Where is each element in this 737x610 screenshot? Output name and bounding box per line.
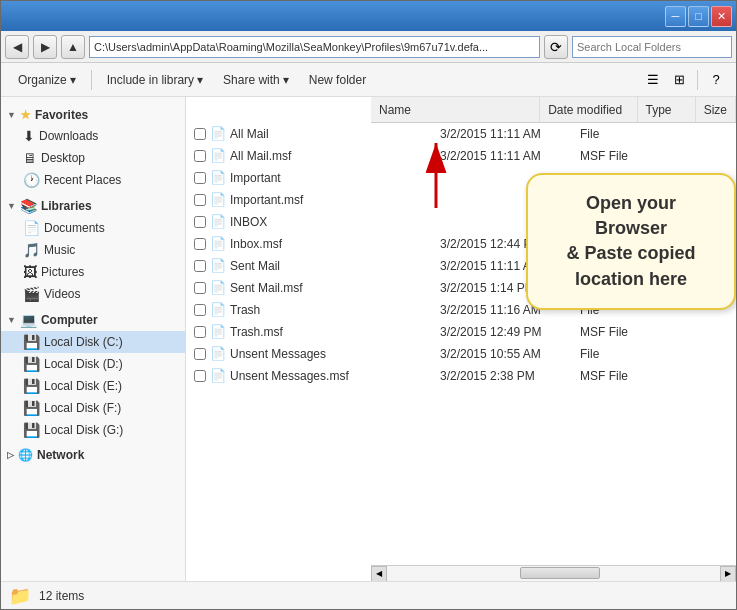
computer-label: Computer [41, 313, 98, 327]
col-header-type[interactable]: Type [638, 97, 696, 122]
sidebar-item-music[interactable]: 🎵 Music [1, 239, 185, 261]
back-button[interactable]: ◀ [5, 35, 29, 59]
documents-icon: 📄 [23, 220, 40, 236]
sidebar-item-local-g-label: Local Disk (G:) [44, 423, 123, 437]
favorites-label: Favorites [35, 108, 88, 122]
file-checkbox[interactable] [190, 216, 210, 228]
file-checkbox[interactable] [190, 172, 210, 184]
callout-line1: Open your Browser [548, 191, 714, 241]
sidebar-item-local-d[interactable]: 💾 Local Disk (D:) [1, 353, 185, 375]
close-button[interactable]: ✕ [711, 6, 732, 27]
view-details-button[interactable]: ☰ [641, 68, 665, 92]
table-row[interactable]: 📄 Trash.msf 3/2/2015 12:49 PM MSF File [186, 321, 736, 343]
libraries-label: Libraries [41, 199, 92, 213]
view-grid-button[interactable]: ⊞ [667, 68, 691, 92]
sidebar-item-downloads[interactable]: ⬇ Downloads [1, 125, 185, 147]
file-type-icon: 📄 [210, 302, 230, 317]
computer-header[interactable]: ▼ 💻 Computer [1, 309, 185, 331]
sidebar-item-local-c[interactable]: 💾 Local Disk (C:) [1, 331, 185, 353]
toolbar-separator-2 [697, 70, 698, 90]
file-name: Unsent Messages.msf [230, 369, 440, 383]
file-type-icon: 📄 [210, 280, 230, 295]
table-row[interactable]: 📄 All Mail 3/2/2015 11:11 AM File [186, 123, 736, 145]
share-with-button[interactable]: Share with ▾ [214, 67, 298, 93]
col-header-size[interactable]: Size [696, 97, 736, 122]
file-type-icon: 📄 [210, 368, 230, 383]
sidebar-item-desktop[interactable]: 🖥 Desktop [1, 147, 185, 169]
up-button[interactable]: ▲ [61, 35, 85, 59]
new-folder-button[interactable]: New folder [300, 67, 375, 93]
file-name: All Mail [230, 127, 440, 141]
sidebar-item-pictures[interactable]: 🖼 Pictures [1, 261, 185, 283]
file-checkbox[interactable] [190, 282, 210, 294]
new-folder-label: New folder [309, 73, 366, 87]
local-f-icon: 💾 [23, 400, 40, 416]
file-type-icon: 📄 [210, 192, 230, 207]
file-checkbox[interactable] [190, 194, 210, 206]
file-checkbox[interactable] [190, 326, 210, 338]
file-type-icon: 📄 [210, 258, 230, 273]
file-name: Important.msf [230, 193, 440, 207]
sidebar: ▼ ★ Favorites ⬇ Downloads 🖥 Desktop 🕐 Re… [1, 97, 186, 581]
table-row[interactable]: 📄 Unsent Messages 3/2/2015 10:55 AM File [186, 343, 736, 365]
file-checkbox[interactable] [190, 348, 210, 360]
forward-button[interactable]: ▶ [33, 35, 57, 59]
computer-triangle: ▼ [7, 315, 16, 325]
refresh-button[interactable]: ⟳ [544, 35, 568, 59]
file-type-icon: 📄 [210, 236, 230, 251]
scroll-left-button[interactable]: ◀ [371, 566, 387, 582]
file-type-icon: 📄 [210, 126, 230, 141]
table-row[interactable]: 📄 Unsent Messages.msf 3/2/2015 2:38 PM M… [186, 365, 736, 387]
file-checkbox[interactable] [190, 260, 210, 272]
libraries-header[interactable]: ▼ 📚 Libraries [1, 195, 185, 217]
explorer-window: ─ □ ✕ ◀ ▶ ▲ ⟳ Organize ▾ Include in libr… [0, 0, 737, 610]
sidebar-item-local-f-label: Local Disk (F:) [44, 401, 121, 415]
address-input[interactable] [89, 36, 540, 58]
sidebar-item-local-e[interactable]: 💾 Local Disk (E:) [1, 375, 185, 397]
scroll-thumb[interactable] [520, 567, 600, 579]
sidebar-item-documents[interactable]: 📄 Documents [1, 217, 185, 239]
local-g-icon: 💾 [23, 422, 40, 438]
file-date: 3/2/2015 10:55 AM [440, 347, 580, 361]
col-header-date[interactable]: Date modified [540, 97, 637, 122]
scroll-track[interactable] [387, 566, 720, 581]
maximize-button[interactable]: □ [688, 6, 709, 27]
include-library-label: Include in library [107, 73, 194, 87]
favorites-header[interactable]: ▼ ★ Favorites [1, 105, 185, 125]
toolbar: Organize ▾ Include in library ▾ Share wi… [1, 63, 736, 97]
search-input[interactable] [572, 36, 732, 58]
sidebar-item-videos[interactable]: 🎬 Videos [1, 283, 185, 305]
sidebar-item-local-g[interactable]: 💾 Local Disk (G:) [1, 419, 185, 441]
sidebar-item-local-f[interactable]: 💾 Local Disk (F:) [1, 397, 185, 419]
file-checkbox[interactable] [190, 238, 210, 250]
horizontal-scrollbar[interactable]: ◀ ▶ [371, 565, 736, 581]
organize-button[interactable]: Organize ▾ [9, 67, 85, 93]
table-row[interactable]: 📄 All Mail.msf 3/2/2015 11:11 AM MSF Fil… [186, 145, 736, 167]
file-checkbox[interactable] [190, 304, 210, 316]
minimize-button[interactable]: ─ [665, 6, 686, 27]
callout-overlay: Open your Browser & Paste copied locatio… [526, 173, 736, 310]
column-headers: Name Date modified Type Size [371, 97, 736, 123]
network-header[interactable]: ▷ 🌐 Network [1, 445, 185, 465]
sidebar-item-local-e-label: Local Disk (E:) [44, 379, 122, 393]
file-checkbox[interactable] [190, 128, 210, 140]
scroll-right-button[interactable]: ▶ [720, 566, 736, 582]
sidebar-item-recent-places-label: Recent Places [44, 173, 121, 187]
include-library-button[interactable]: Include in library ▾ [98, 67, 212, 93]
local-c-icon: 💾 [23, 334, 40, 350]
content-area: Name Date modified Type Size 📄 All Mail [186, 97, 736, 581]
file-date: 3/2/2015 11:11 AM [440, 149, 580, 163]
network-icon: 🌐 [18, 448, 33, 462]
file-list-wrapper: 📄 All Mail 3/2/2015 11:11 AM File 📄 All … [186, 123, 736, 565]
file-type: MSF File [580, 149, 660, 163]
network-label: Network [37, 448, 84, 462]
main-area: ▼ ★ Favorites ⬇ Downloads 🖥 Desktop 🕐 Re… [1, 97, 736, 581]
file-name: Important [230, 171, 440, 185]
callout-line2: & Paste copied [548, 241, 714, 266]
sidebar-item-recent-places[interactable]: 🕐 Recent Places [1, 169, 185, 191]
file-name: Sent Mail [230, 259, 440, 273]
file-checkbox[interactable] [190, 370, 210, 382]
col-header-name[interactable]: Name [371, 97, 540, 122]
file-checkbox[interactable] [190, 150, 210, 162]
help-button[interactable]: ? [704, 68, 728, 92]
